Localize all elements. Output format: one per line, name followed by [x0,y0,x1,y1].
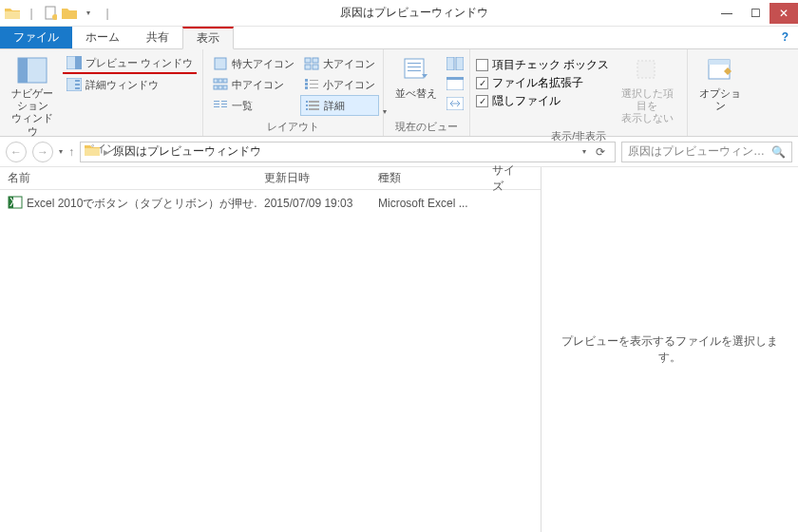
preview-empty-message: プレビューを表示するファイルを選択します。 [551,333,788,366]
svg-rect-24 [310,80,318,81]
tab-file[interactable]: ファイル [0,27,72,48]
window-controls: — ☐ ✕ [712,3,798,24]
tab-share[interactable]: 共有 [133,27,182,48]
address-bar[interactable]: ▸ 原因はプレビューウィンドウ ▾ ⟳ [80,142,616,162]
close-button[interactable]: ✕ [770,3,798,24]
svg-rect-43 [446,57,454,70]
svg-rect-17 [223,79,227,83]
search-icon: 🔍 [771,145,786,159]
file-type: Microsoft Excel ... [370,197,484,210]
ribbon-group-pane: ナビゲーション ウィンドウ プレビュー ウィンドウ 詳細ウィンドウ ペイン [0,49,203,136]
back-button[interactable]: ← [6,142,27,162]
svg-rect-48 [637,61,655,78]
group-icon[interactable] [446,57,464,73]
maximize-button[interactable]: ☐ [741,3,770,24]
divider-icon: | [23,5,40,22]
size-icon[interactable] [446,97,464,113]
svg-rect-34 [309,101,319,103]
svg-rect-27 [214,101,219,102]
svg-rect-42 [408,70,421,71]
tab-home[interactable]: ホーム [72,27,133,48]
svg-rect-19 [218,86,222,89]
xlarge-icons-button[interactable]: 特大アイコン [209,53,298,74]
file-list-pane: 名前 更新日時 種類 サイズ X Excel 2010でボタン（タブとリボン）が… [0,167,542,532]
svg-rect-7 [75,80,80,82]
tab-view[interactable]: 表示 [182,27,234,49]
col-size[interactable]: サイズ [484,162,532,195]
svg-rect-12 [313,58,318,63]
details-pane-button[interactable]: 詳細ウィンドウ [63,74,197,95]
refresh-button[interactable]: ⟳ [590,145,611,159]
columns-icon[interactable] [446,77,464,93]
up-button[interactable]: ↑ [68,145,74,159]
sort-button[interactable]: 並べ替え [390,53,443,102]
col-date[interactable]: 更新日時 [256,170,370,186]
svg-rect-22 [305,83,308,86]
details-button[interactable]: 詳細 [300,95,379,116]
breadcrumb[interactable]: 原因はプレビューウィンドウ [113,143,261,160]
check-item-boxes[interactable]: 項目チェック ボックス [476,57,609,73]
file-name: Excel 2010でボタン（タブとリボン）が押せ... [27,196,256,212]
svg-rect-11 [305,58,311,63]
ribbon: ナビゲーション ウィンドウ プレビュー ウィンドウ 詳細ウィンドウ ペイン 特大… [0,49,798,137]
divider-icon: | [99,5,116,22]
folder-icon [85,143,100,160]
file-date: 2015/07/09 19:03 [256,197,370,210]
col-name[interactable]: 名前 [0,170,256,186]
svg-rect-38 [309,108,319,110]
svg-rect-3 [18,58,28,83]
forward-button[interactable]: → [32,142,53,162]
svg-rect-50 [709,60,730,65]
svg-rect-35 [306,104,308,106]
checkbox-icon [476,59,488,71]
minimize-button[interactable]: — [712,3,741,24]
svg-rect-25 [310,84,318,85]
small-icons-button[interactable]: 小アイコン [300,74,379,95]
preview-pane-button[interactable]: プレビュー ウィンドウ [63,53,197,74]
svg-rect-20 [223,86,227,89]
svg-rect-33 [306,101,308,103]
ribbon-group-label: レイアウト [209,118,377,136]
svg-rect-39 [405,59,424,78]
svg-rect-46 [446,77,464,80]
svg-rect-13 [305,65,311,69]
list-button[interactable]: 一覧 [209,95,298,116]
checkbox-icon: ✓ [476,95,488,107]
table-row[interactable]: X Excel 2010でボタン（タブとリボン）が押せ... 2015/07/0… [0,190,541,211]
new-file-icon[interactable] [42,5,59,22]
ribbon-tabs: ファイル ホーム 共有 表示 ? [0,27,798,49]
svg-rect-18 [214,86,218,89]
medium-icons-button[interactable]: 中アイコン [209,74,298,95]
column-headers: 名前 更新日時 種類 サイズ [0,167,541,190]
nav-bar: ← → ▾ ↑ ▸ 原因はプレビューウィンドウ ▾ ⟳ 原因はプレビューウィンド… [0,137,798,167]
titlebar: | ▾ | 原因はプレビューウィンドウ — ☐ ✕ [0,0,798,27]
ribbon-group-label [694,121,747,136]
svg-rect-14 [313,65,318,69]
svg-text:X: X [10,196,17,209]
large-icons-button[interactable]: 大アイコン [300,53,379,74]
qat-dropdown-icon[interactable]: ▾ [80,5,97,22]
ribbon-group-current-view: 並べ替え 現在のビュー [384,49,470,136]
help-icon[interactable]: ? [772,27,798,48]
hide-selected-button[interactable]: 選択した項目を 表示しない [613,53,681,127]
window-title: 原因はプレビューウィンドウ [116,5,712,21]
search-input[interactable]: 原因はプレビューウィンドウの検索 🔍 [621,142,792,162]
nav-pane-button[interactable]: ナビゲーション ウィンドウ [6,53,59,140]
options-button[interactable]: オプション [694,53,747,114]
svg-rect-26 [310,87,318,88]
checkbox-icon: ✓ [476,77,488,89]
content: 名前 更新日時 種類 サイズ X Excel 2010でボタン（タブとリボン）が… [0,167,798,532]
address-dropdown-icon[interactable]: ▾ [582,147,586,156]
check-extensions[interactable]: ✓ファイル名拡張子 [476,75,609,91]
svg-rect-30 [221,101,227,102]
breadcrumb-sep-icon: ▸ [104,145,109,159]
open-folder-icon[interactable] [61,5,78,22]
svg-rect-41 [408,66,421,67]
history-dropdown-icon[interactable]: ▾ [59,147,63,156]
svg-rect-9 [75,87,80,89]
svg-rect-23 [305,86,308,89]
check-hidden[interactable]: ✓隠しファイル [476,93,609,109]
svg-rect-16 [218,79,222,83]
ribbon-group-label: 現在のビュー [390,118,464,136]
col-type[interactable]: 種類 [370,170,484,186]
